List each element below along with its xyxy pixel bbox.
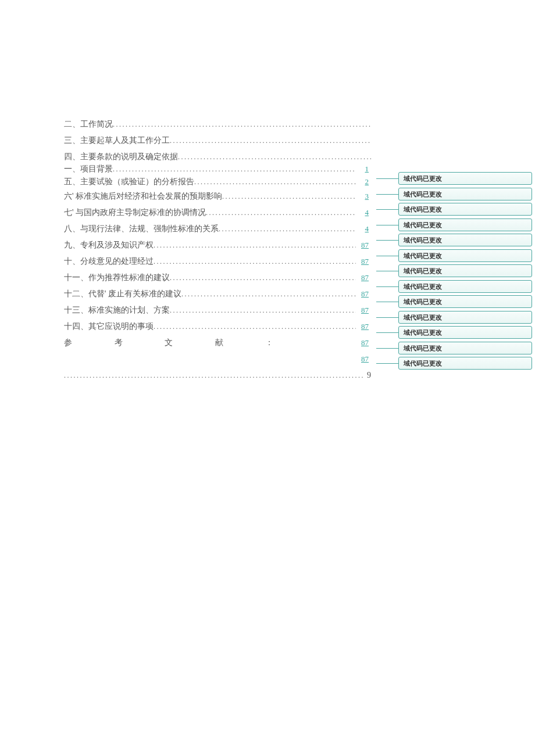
tracked-change-tag[interactable]: 域代码已更改 xyxy=(398,295,532,308)
toc-leader-dots xyxy=(206,205,356,221)
tracked-change-label: 域代码已更改 xyxy=(398,295,532,308)
connector-line xyxy=(376,240,398,241)
tracked-change-tag[interactable]: 域代码已更改 xyxy=(398,172,532,185)
toc-label: 十二、代替' 废止有关标准的建议 xyxy=(64,286,181,302)
toc-entry: 七' 与国内政府主导制定标准的协调情况 4 xyxy=(64,205,371,221)
toc-label: 九、专利及涉及知识产权 xyxy=(64,237,154,253)
toc-entry: 十一、作为推荐性标准的建议 87 xyxy=(64,270,371,286)
ref-char: ： xyxy=(265,335,273,351)
connector-line xyxy=(376,302,398,302)
tracked-change-tag[interactable]: 域代码已更改 xyxy=(398,280,532,293)
connector-line xyxy=(376,286,398,287)
tracked-change-label: 域代码已更改 xyxy=(398,188,532,200)
toc-leader-dots xyxy=(113,116,371,132)
connector-line xyxy=(376,363,398,364)
toc-leader-dots xyxy=(154,237,356,253)
toc-label: 二、工作简况 xyxy=(64,116,113,132)
toc-page-link[interactable]: 87 xyxy=(356,302,371,318)
toc-page-link[interactable]: 87 xyxy=(356,351,371,367)
tracked-change-label: 域代码已更改 xyxy=(398,357,532,370)
toc-entry: 十二、代替' 废止有关标准的建议 87 xyxy=(64,286,371,302)
tracked-change-tag[interactable]: 域代码已更改 xyxy=(398,203,532,216)
connector-line xyxy=(376,256,398,256)
toc-extra-row: 87 xyxy=(64,351,371,367)
toc-entry: 二、工作简况 xyxy=(64,116,371,132)
toc-page-link[interactable]: 87 xyxy=(356,335,371,351)
tracked-change-tag[interactable]: 域代码已更改 xyxy=(398,188,532,200)
toc-label: 八、与现行法律、法规、强制性标准的关系 xyxy=(64,221,219,237)
toc-entry: 十四、其它应说明的事项 87 xyxy=(64,318,371,335)
toc-label: 七' 与国内政府主导制定标准的协调情况 xyxy=(64,205,206,221)
toc-page-link[interactable]: 87 xyxy=(356,286,371,302)
toc-page-link[interactable]: 2 xyxy=(356,175,371,188)
toc-label: 六' 标准实施后对经济和社会发展的预期影响 xyxy=(64,188,222,205)
connector-line xyxy=(376,225,398,225)
connector-line xyxy=(376,332,398,333)
ref-char: 文 xyxy=(165,335,173,351)
tracked-change-tag[interactable]: 域代码已更改 xyxy=(398,264,532,277)
tracked-change-tag[interactable]: 域代码已更改 xyxy=(398,326,532,339)
toc-page-number: 9 xyxy=(365,367,371,384)
toc-leader-dots xyxy=(181,286,356,302)
tracked-change-tag[interactable]: 域代码已更改 xyxy=(398,342,532,354)
tracked-change-label: 域代码已更改 xyxy=(398,249,532,262)
toc-page-link[interactable]: 87 xyxy=(356,237,371,253)
tracked-change-label: 域代码已更改 xyxy=(398,342,532,354)
connector-line xyxy=(376,209,398,210)
toc-label: 三、主要起草人及其工作分工 xyxy=(64,132,170,149)
toc-label: 五、主要试验（或验证）的分析报告 xyxy=(64,175,194,188)
toc-page-link[interactable]: 3 xyxy=(356,188,371,205)
tracked-change-label: 域代码已更改 xyxy=(398,264,532,277)
toc-label: 十、分歧意见的处理经过 xyxy=(64,253,154,270)
tracked-changes-column: 域代码已更改域代码已更改域代码已更改域代码已更改域代码已更改域代码已更改域代码已… xyxy=(398,172,532,372)
toc-page-link[interactable]: 87 xyxy=(356,318,371,335)
ref-char: 献 xyxy=(215,335,223,351)
toc-container: 二、工作简况 三、主要起草人及其工作分工 四、主要条款的说明及确定依据 一、项目… xyxy=(64,116,371,384)
tracked-change-label: 域代码已更改 xyxy=(398,218,532,231)
toc-page-link[interactable]: 1 xyxy=(356,163,371,175)
tracked-change-tag[interactable]: 域代码已更改 xyxy=(398,234,532,246)
connector-line xyxy=(376,178,398,179)
toc-page-link[interactable]: 87 xyxy=(356,270,371,286)
toc-leader-dots xyxy=(170,132,371,149)
tracked-change-tag[interactable]: 域代码已更改 xyxy=(398,311,532,324)
tracked-change-tag[interactable]: 域代码已更改 xyxy=(398,357,532,370)
toc-final-dots: 9 xyxy=(64,367,371,384)
connector-line xyxy=(376,194,398,195)
toc-entry: 十、分歧意见的处理经过 87 xyxy=(64,253,371,270)
connector-line xyxy=(376,317,398,318)
ref-char: 考 xyxy=(115,335,123,351)
connector-line xyxy=(376,348,398,349)
toc-leader-dots xyxy=(170,270,356,286)
tracked-change-label: 域代码已更改 xyxy=(398,280,532,293)
ref-char: 参 xyxy=(64,335,72,351)
toc-leader-dots xyxy=(222,188,356,205)
toc-page-link[interactable]: 87 xyxy=(356,253,371,270)
toc-leader-dots xyxy=(113,163,356,175)
tracked-change-label: 域代码已更改 xyxy=(398,326,532,339)
toc-label: 十四、其它应说明的事项 xyxy=(64,318,154,335)
tracked-change-tag[interactable]: 域代码已更改 xyxy=(398,249,532,262)
toc-leader-dots xyxy=(219,221,356,237)
toc-label: 一、项目背景 xyxy=(64,163,113,175)
toc-label: 十三、标准实施的计划、方案 xyxy=(64,302,170,318)
toc-entry: 八、与现行法律、法规、强制性标准的关系 4 xyxy=(64,221,371,237)
tracked-change-label: 域代码已更改 xyxy=(398,311,532,324)
toc-entry: 九、专利及涉及知识产权 87 xyxy=(64,237,371,253)
toc-label: 十一、作为推荐性标准的建议 xyxy=(64,270,170,286)
toc-entry: 一、项目背景 1 xyxy=(64,163,371,175)
toc-references-row: 参 考 文 献 ： 87 xyxy=(64,335,371,351)
toc-leader-dots xyxy=(154,253,356,270)
connector-line xyxy=(376,271,398,271)
toc-entry: 五、主要试验（或验证）的分析报告 2 xyxy=(64,175,371,188)
toc-entry: 六' 标准实施后对经济和社会发展的预期影响 3 xyxy=(64,188,371,205)
toc-page-link[interactable]: 4 xyxy=(356,205,371,221)
tracked-change-label: 域代码已更改 xyxy=(398,172,532,185)
tracked-change-label: 域代码已更改 xyxy=(398,203,532,216)
toc-leader-dots xyxy=(194,175,356,188)
toc-entry: 十三、标准实施的计划、方案 87 xyxy=(64,302,371,318)
tracked-change-label: 域代码已更改 xyxy=(398,234,532,246)
toc-leader-dots xyxy=(154,318,356,335)
tracked-change-tag[interactable]: 域代码已更改 xyxy=(398,218,532,231)
toc-page-link[interactable]: 4 xyxy=(356,221,371,237)
